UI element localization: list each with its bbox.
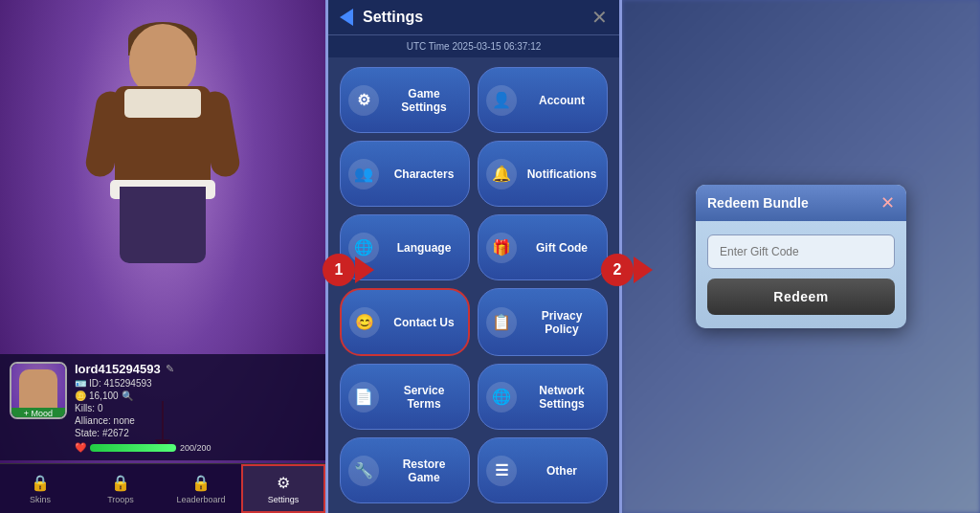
gift-code-label: Gift Code [524, 241, 599, 255]
service-terms-label: Service Terms [387, 384, 461, 411]
characters-button[interactable]: 👥 Characters [340, 141, 470, 207]
nav-item-skins[interactable]: 🔒 Skins [0, 464, 80, 513]
game-settings-button[interactable]: ⚙ Game Settings [340, 67, 470, 133]
char-legs [120, 187, 206, 263]
edit-icon[interactable]: ✎ [166, 363, 174, 375]
account-button[interactable]: 👤 Account [478, 67, 608, 133]
player-id: 🪪 ID: 415294593 [75, 378, 316, 389]
leaderboard-icon: 🔒 [191, 474, 211, 492]
account-label: Account [524, 94, 599, 107]
avatar: + Mood [10, 362, 67, 419]
character-figure [86, 14, 239, 282]
game-settings-icon: ⚙ [348, 85, 379, 116]
account-icon: 👤 [486, 85, 517, 116]
settings-icon: ⚙ [277, 474, 290, 492]
step-2-arrow: 2 [601, 254, 653, 286]
restore-game-icon: 🔧 [348, 456, 379, 486]
nav-item-settings[interactable]: ⚙ Settings [241, 464, 325, 513]
hp-icon: ❤️ [75, 442, 86, 453]
hp-bar-fill [90, 444, 176, 452]
character-area [0, 0, 325, 297]
redeem-button[interactable]: Redeem [707, 279, 895, 315]
gift-code-input[interactable] [707, 234, 895, 269]
privacy-policy-icon: 📋 [486, 307, 517, 338]
privacy-policy-label: Privacy Policy [524, 309, 599, 336]
contact-us-icon: 😊 [349, 307, 380, 338]
contact-us-label: Contact Us [388, 316, 460, 329]
dialog-header: Redeem Bundle ✕ [696, 185, 906, 221]
network-settings-icon: 🌐 [486, 382, 517, 413]
restore-game-label: Restore Game [387, 457, 461, 484]
nav-item-troops[interactable]: 🔒 Troops [80, 464, 161, 513]
notifications-icon: 🔔 [486, 159, 517, 190]
step-1-arrow: 1 [323, 254, 374, 286]
left-panel: + Mood lord415294593 ✎ 🪪 ID: 415294593 🪙… [0, 0, 325, 513]
other-label: Other [524, 464, 599, 478]
nav-label-skins: Skins [30, 495, 51, 504]
hp-text: 200/200 [180, 443, 212, 453]
service-terms-button[interactable]: 📄 Service Terms [340, 364, 470, 430]
restore-game-button[interactable]: 🔧 Restore Game [340, 437, 470, 503]
nav-label-troops: Troops [107, 495, 134, 504]
other-button[interactable]: ☰ Other [478, 437, 608, 503]
profile-section: + Mood lord415294593 ✎ 🪪 ID: 415294593 🪙… [0, 354, 325, 460]
step-1-circle: 1 [323, 254, 355, 286]
player-state: State: #2672 [75, 428, 316, 438]
skins-icon: 🔒 [31, 474, 50, 492]
bottom-nav: 🔒 Skins 🔒 Troops 🔒 Leaderboard ⚙ Setting… [0, 463, 325, 513]
contact-us-button[interactable]: 😊 Contact Us [340, 288, 470, 356]
network-settings-button[interactable]: 🌐 Network Settings [478, 364, 608, 430]
nav-item-leaderboard[interactable]: 🔒 Leaderboard [161, 464, 241, 513]
player-kills: Kills: 0 [75, 403, 316, 413]
notifications-button[interactable]: 🔔 Notifications [478, 141, 608, 207]
id-icon: 🪪 [75, 378, 86, 389]
player-alliance: Alliance: none [75, 415, 316, 426]
redeem-dialog: Redeem Bundle ✕ Redeem [696, 185, 906, 328]
dialog-close-button[interactable]: ✕ [880, 194, 895, 212]
dialog-body: Redeem [696, 221, 906, 328]
settings-title-row: Settings [340, 9, 423, 26]
gold-icon: 🪙 [75, 390, 86, 401]
troops-icon: 🔒 [111, 474, 130, 492]
network-settings-label: Network Settings [524, 384, 599, 411]
step-2-circle: 2 [601, 254, 634, 286]
notifications-label: Notifications [524, 167, 599, 181]
step-2-arrow-icon [634, 256, 653, 283]
characters-icon: 👥 [348, 159, 379, 190]
profile-info: lord415294593 ✎ 🪪 ID: 415294593 🪙 16,100… [75, 362, 316, 453]
language-label: Language [387, 241, 461, 255]
player-name: lord415294593 [75, 362, 161, 376]
dialog-title: Redeem Bundle [707, 195, 809, 211]
other-icon: ☰ [486, 456, 517, 486]
search-icon[interactable]: 🔍 [122, 390, 133, 401]
settings-header: Settings ✕ [328, 0, 619, 35]
service-terms-icon: 📄 [348, 382, 379, 413]
game-settings-label: Game Settings [387, 87, 461, 114]
gift-code-icon: 🎁 [486, 233, 517, 263]
right-panel: Redeem Bundle ✕ Redeem [622, 0, 980, 513]
char-head [129, 24, 196, 96]
settings-title: Settings [363, 9, 423, 26]
settings-close-button[interactable]: ✕ [591, 8, 608, 27]
step-1-arrow-icon [355, 256, 374, 283]
nav-label-settings: Settings [268, 495, 300, 504]
gift-code-button[interactable]: 🎁 Gift Code [478, 214, 608, 280]
privacy-policy-button[interactable]: 📋 Privacy Policy [478, 288, 608, 356]
hp-bar-bg [90, 444, 176, 452]
mood-button[interactable]: + Mood [11, 408, 65, 419]
nav-label-leaderboard: Leaderboard [176, 495, 225, 504]
back-arrow-icon [340, 9, 353, 26]
char-collar [124, 89, 201, 118]
hp-bar-wrap: ❤️ 200/200 [75, 442, 316, 453]
settings-back-button[interactable] [340, 9, 355, 26]
characters-label: Characters [387, 167, 461, 181]
player-gold: 🪙 16,100 🔍 [75, 390, 316, 401]
utc-time-label: UTC Time 2025-03-15 06:37:12 [328, 35, 619, 57]
